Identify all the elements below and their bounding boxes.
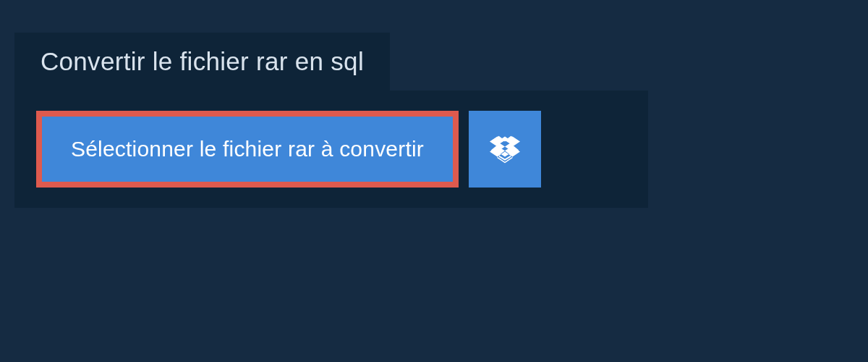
page-title: Convertir le fichier rar en sql bbox=[14, 33, 390, 90]
select-file-highlight: Sélectionner le fichier rar à convertir bbox=[36, 111, 459, 188]
dropbox-icon bbox=[490, 134, 520, 164]
svg-marker-1 bbox=[505, 136, 519, 146]
button-row: Sélectionner le fichier rar à convertir bbox=[36, 111, 626, 188]
upload-panel: Sélectionner le fichier rar à convertir bbox=[14, 90, 648, 208]
dropbox-button[interactable] bbox=[469, 111, 541, 188]
title-text: Convertir le fichier rar en sql bbox=[41, 47, 364, 75]
select-file-button[interactable]: Sélectionner le fichier rar à convertir bbox=[42, 117, 453, 182]
select-file-label: Sélectionner le fichier rar à convertir bbox=[71, 137, 424, 161]
svg-marker-0 bbox=[491, 136, 505, 146]
